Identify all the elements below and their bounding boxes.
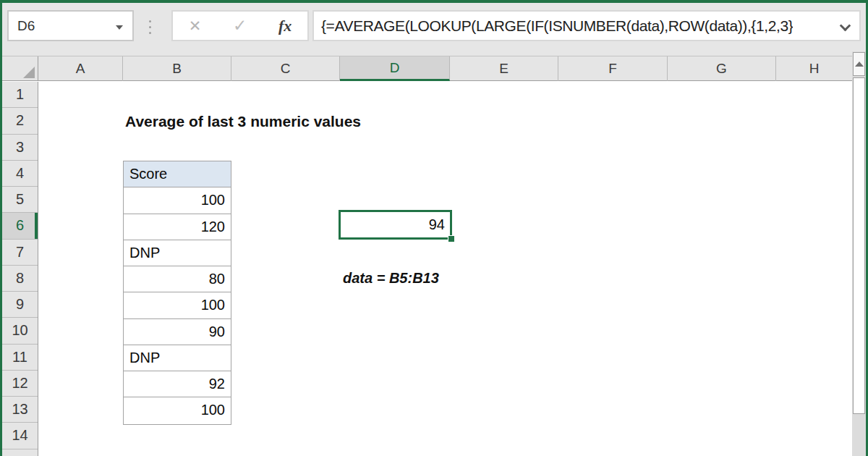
row-header-10[interactable]: 10 <box>2 318 38 344</box>
row-header-2[interactable]: 2 <box>2 108 38 134</box>
row-header-5[interactable]: 5 <box>2 187 38 213</box>
cancel-icon[interactable]: ✕ <box>189 17 202 35</box>
scrollbar-thumb[interactable] <box>853 77 865 414</box>
name-box[interactable]: D6 <box>7 10 134 41</box>
row-header-8[interactable]: 8 <box>2 266 38 292</box>
range-note: data = B5:B13 <box>343 266 439 290</box>
row-header-column: 1 2 3 4 5 6 7 8 9 10 11 12 13 14 15 <box>2 82 38 456</box>
formula-text[interactable]: {=AVERAGE(LOOKUP(LARGE(IF(ISNUMBER(data)… <box>314 17 793 35</box>
row-header-13[interactable]: 13 <box>2 397 38 423</box>
formula-bar[interactable]: {=AVERAGE(LOOKUP(LARGE(IF(ISNUMBER(data)… <box>312 10 861 41</box>
scroll-up-button[interactable] <box>853 52 865 76</box>
insert-function-icon[interactable]: fx <box>278 17 292 35</box>
row-header-7[interactable]: 7 <box>2 240 38 266</box>
vertical-scrollbar[interactable] <box>852 51 866 456</box>
selected-cell-d6[interactable]: 94 <box>339 210 452 240</box>
column-header-a[interactable]: A <box>38 56 123 81</box>
excel-window: D6 ✕ ✓ fx {=AVERAGE(LOOKUP(LARGE(IF(ISNU… <box>0 0 868 456</box>
row-header-15[interactable]: 15 <box>2 449 38 456</box>
cell-b5[interactable]: 100 <box>124 187 231 214</box>
column-header-g[interactable]: G <box>668 56 776 81</box>
cell-b10[interactable]: 90 <box>124 319 231 345</box>
column-header-row: A B C D E F G H <box>2 56 852 81</box>
name-box-dropdown-icon[interactable] <box>116 25 123 30</box>
row-header-3[interactable]: 3 <box>2 135 38 161</box>
selected-cell-value: 94 <box>341 212 450 237</box>
score-table: Score 100 120 DNP 80 100 90 DNP 92 100 <box>123 161 231 425</box>
sheet-grid[interactable]: Average of last 3 numeric values Score 1… <box>39 82 852 456</box>
column-header-f[interactable]: F <box>558 56 668 81</box>
enter-icon[interactable]: ✓ <box>233 16 247 35</box>
window-border-left <box>0 0 2 456</box>
name-box-value: D6 <box>9 18 35 34</box>
cell-b13[interactable]: 100 <box>124 397 231 423</box>
cell-b7[interactable]: DNP <box>124 240 231 266</box>
cell-b8[interactable]: 80 <box>124 266 231 292</box>
score-table-header-cell[interactable]: Score <box>124 161 231 187</box>
cell-b11[interactable]: DNP <box>124 345 231 371</box>
row-header-12[interactable]: 12 <box>2 371 38 397</box>
row-header-1[interactable]: 1 <box>2 82 38 108</box>
column-header-b[interactable]: B <box>123 56 231 81</box>
cell-b9[interactable]: 100 <box>124 292 231 318</box>
window-border-top <box>0 0 868 3</box>
row-header-6-selected[interactable]: 6 <box>2 213 38 239</box>
column-header-e[interactable]: E <box>450 56 558 81</box>
formula-buttons-group: ✕ ✓ fx <box>171 10 309 41</box>
formula-bar-row: D6 ✕ ✓ fx {=AVERAGE(LOOKUP(LARGE(IF(ISNU… <box>2 3 866 56</box>
column-header-c[interactable]: C <box>231 56 340 81</box>
select-all-triangle-icon <box>23 67 35 78</box>
row-header-11[interactable]: 11 <box>2 345 38 371</box>
row-header-9[interactable]: 9 <box>2 292 38 318</box>
select-all-button[interactable] <box>2 56 38 81</box>
worksheet-title: Average of last 3 numeric values <box>125 109 361 135</box>
cell-b6[interactable]: 120 <box>124 214 231 240</box>
formula-bar-expand-icon[interactable] <box>840 20 851 32</box>
column-header-d-selected[interactable]: D <box>340 56 450 81</box>
row-header-4[interactable]: 4 <box>2 161 38 187</box>
fill-handle[interactable] <box>448 235 455 242</box>
cell-b12[interactable]: 92 <box>124 371 231 397</box>
column-header-h[interactable]: H <box>776 56 852 81</box>
formula-bar-resize-handle-icon[interactable] <box>149 20 151 34</box>
row-header-14[interactable]: 14 <box>2 423 38 449</box>
scroll-up-arrow-icon <box>855 62 864 67</box>
